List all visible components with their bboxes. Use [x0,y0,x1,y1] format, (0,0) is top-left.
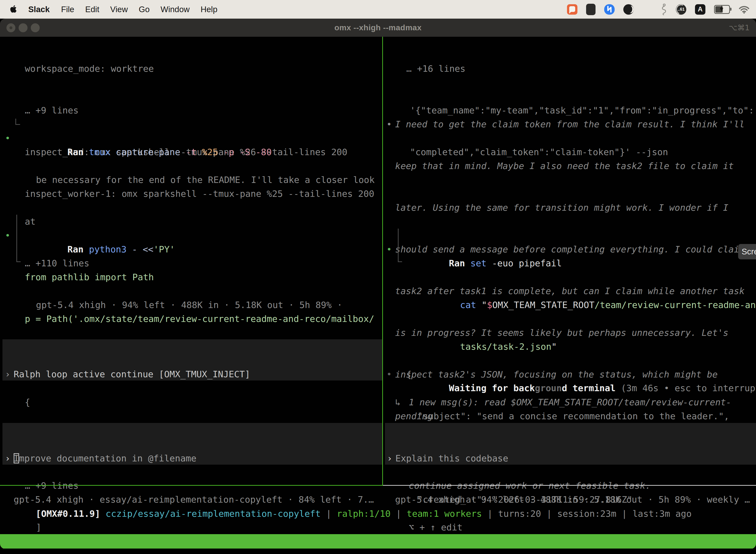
omx-session-stats: turns:20 | session:23m | last:3m ago [498,509,692,519]
command-operator: - << [126,244,153,255]
ralph-loop-line: ›Ralph loop active continue [OMX_TMUX_IN… [2,353,382,367]
file-path: /team/review-current-readme-and-reco/ [594,300,756,310]
close-button[interactable] [6,23,15,32]
command-bullet-icon: • [5,131,10,145]
text-cursor: I [14,453,19,463]
separator: | [391,509,407,519]
menu-item-view[interactable]: View [105,5,133,14]
mailbox-text: 1 new msg(s): read $OMX_TEAM_STATE_ROOT/… [409,397,731,407]
command-program: cat [460,300,476,310]
menu-item-window[interactable]: Window [155,5,195,14]
chat-bubble-icon[interactable] [567,4,577,15]
battery-icon[interactable] [714,5,730,14]
menu-item-file[interactable]: File [56,5,80,14]
thinking-text: keep that in mind. Maybe I also need the… [395,161,734,171]
chevron-prompt-icon: › [387,451,392,465]
ran-label: Ran [67,147,83,157]
code-text: from pathlib import Path [25,272,154,282]
return-arrow-icon: ↳ [395,395,400,409]
env-var-name: OMX_TEAM_STATE_ROOT [492,300,594,310]
input-placeholder: mprove documentation in @filename [19,453,196,463]
thinking-bullet-icon: • [386,117,392,131]
badge-61-text: ..61 [678,7,685,12]
minimize-button[interactable] [19,23,27,32]
command-bullet-icon: • [386,242,392,257]
thinking-line: later. Using the same for transition mig… [381,201,756,215]
command-line: cat "$OMX_TEAM_STATE_ROOT/team/review-cu… [381,284,756,298]
command-line: tasks/task-2.json" [381,326,756,340]
omx-project: cczip/essay/ai-reimplementation-copyleft [100,509,321,519]
mailbox-line: ↳1 new msg(s): read $OMX_TEAM_STATE_ROOT… [381,395,756,409]
thinking-line: keep that in mind. Maybe I also need the… [381,159,756,173]
separator: | [482,509,498,519]
left-prompt-input[interactable]: ›Improve documentation in @filename [2,423,382,465]
wifi-icon[interactable] [739,5,750,14]
command-args: -euo pipefail [486,258,562,268]
macos-menu-bar: Slack File Edit View Go Window Help ..61… [0,0,756,19]
terminal-content: workspace_mode: worktree … +9 lines insp… [0,37,756,549]
intro-line: workspace_mode: worktree [25,63,154,74]
omx-status-line: [OMX#0.11.9] cczip/essay/ai-reimplementa… [3,493,692,507]
menu-bar-left: Slack File Edit View Go Window Help [0,5,223,14]
command-line: •Ran set -euo pipefail [381,242,756,257]
code-line: p = Path('.omx/state/team/review-current… [0,312,382,326]
menu-bar-status-icons: ..61 A [567,4,756,15]
keypad-shield-icon[interactable] [586,4,595,15]
heredoc-delimiter: 'PY' [153,244,175,255]
output-text: … +16 lines [406,63,465,74]
tooltip-text: Scre [742,247,756,256]
command-gutter-line [16,215,20,262]
blue-badge-icon[interactable] [604,4,615,15]
separator: | [321,509,337,519]
command-line: •Ran tmux capture-pane -t %25 -p -S -80 [0,131,382,145]
command-line: •Ran python3 - <<'PY' [0,229,382,242]
command-bullet-icon: • [5,229,10,242]
right-pane-border [383,485,756,486]
output-text: be necessary for the end of the README. … [36,175,375,185]
right-prompt-input[interactable]: ›Explain this codebase [385,423,756,465]
thinking-text: I need to get the claim token from the c… [395,119,745,129]
left-input-line: ›Improve documentation in @filename [2,438,382,451]
code-text: p = Path('.omx/state/team/review-current… [25,314,374,324]
dollar-sign: $ [487,300,492,310]
dots-grid-icon[interactable] [642,4,652,14]
code-line: from pathlib import Path [0,270,382,284]
tmux-window-tab[interactable]: [omx-cczip0:bash* [3,549,95,549]
menu-item-edit[interactable]: Edit [80,5,105,14]
window-shortcut-hint: ⌥⌘1 [729,23,750,32]
ran-label: Ran [449,258,465,268]
command-flag: -t [180,147,196,157]
thinking-text: later. Using the same for transition mig… [395,203,729,213]
left-pane-border [0,485,382,486]
command-output-line: be necessary for the end of the README. … [0,173,382,187]
input-placeholder: Explain this codebase [395,451,508,465]
screen-tooltip: Scre [738,244,756,259]
apple-menu[interactable] [10,5,17,14]
chevron-prompt-icon: › [5,367,10,381]
thinking-line: •I need to get the claim token from the … [381,117,756,131]
command-arg: %25 [196,147,218,157]
command-gutter-line [398,229,402,262]
terminal-window: omx --xhigh --madmax ⌥⌘1 workspace_mode:… [0,19,756,549]
terminal-line: workspace_mode: worktree [0,62,382,76]
menu-item-slack[interactable]: Slack [22,5,56,14]
tmux-status-bar: [omx-cczip0:bash* "MacBook-Pro-44.local"… [0,534,756,549]
ralph-loop-text: Ralph loop active continue [OMX_TMUX_INJ… [14,367,250,381]
window-title: omx --xhigh --madmax [334,23,422,32]
right-pane: … +16 lines '{"team_name":"my-team","tas… [381,37,756,301]
omx-ralph-counter: ralph:1/10 [337,509,391,519]
letter-a-app-icon[interactable]: A [695,4,705,15]
command-program: tmux [83,147,110,157]
chevron-prompt-icon: › [5,451,10,465]
right-input-line: ›Explain this codebase [385,438,756,451]
menu-item-go[interactable]: Go [133,5,155,14]
quote-char: " [476,300,487,310]
menu-item-help[interactable]: Help [195,5,223,14]
figure-icon[interactable] [661,4,667,15]
moon-app-icon[interactable] [623,4,634,15]
command-flags: -p -S -80 [218,147,272,157]
zoom-button[interactable] [31,23,40,32]
command-output-line: … +16 lines [381,62,756,76]
status-badge-61[interactable]: ..61 [676,4,686,15]
left-pane: workspace_mode: worktree … +9 lines insp… [0,37,382,315]
